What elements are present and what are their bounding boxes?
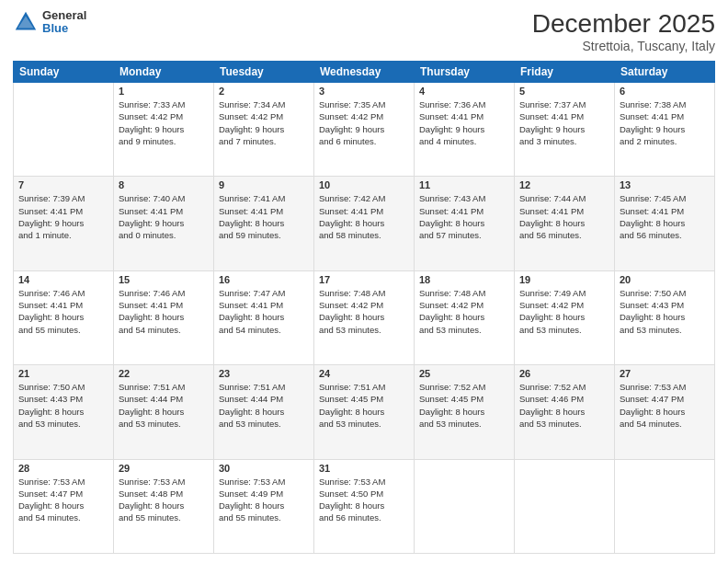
- daylight-hours: Daylight: 8 hours: [319, 500, 409, 511]
- daylight-minutes: and 53 minutes.: [319, 418, 409, 430]
- sunrise-text: Sunrise: 7:53 AM: [18, 476, 108, 488]
- daylight-hours: Daylight: 8 hours: [18, 406, 108, 418]
- daylight-hours: Daylight: 9 hours: [119, 217, 209, 229]
- daylight-hours: Daylight: 9 hours: [219, 123, 309, 135]
- sunset-text: Sunset: 4:41 PM: [219, 205, 309, 217]
- logo-blue: Blue: [42, 22, 86, 35]
- calendar-cell: 28Sunrise: 7:53 AMSunset: 4:47 PMDayligh…: [14, 459, 114, 553]
- sunrise-text: Sunrise: 7:50 AM: [620, 287, 710, 299]
- sunset-text: Sunset: 4:42 PM: [119, 110, 209, 122]
- sunset-text: Sunset: 4:46 PM: [519, 393, 609, 405]
- daylight-minutes: and 53 minutes.: [319, 324, 409, 336]
- daylight-minutes: and 53 minutes.: [519, 324, 609, 336]
- daylight-minutes: and 6 minutes.: [319, 135, 409, 147]
- sunset-text: Sunset: 4:42 PM: [519, 299, 609, 311]
- day-number: 25: [419, 368, 509, 379]
- sunrise-text: Sunrise: 7:52 AM: [519, 381, 609, 393]
- day-number: 11: [419, 179, 509, 190]
- daylight-minutes: and 58 minutes.: [319, 229, 409, 241]
- daylight-hours: Daylight: 8 hours: [18, 311, 108, 323]
- day-number: 13: [620, 179, 710, 190]
- calendar-cell: 16Sunrise: 7:47 AMSunset: 4:41 PMDayligh…: [214, 270, 314, 364]
- daylight-minutes: and 56 minutes.: [519, 229, 609, 241]
- calendar-cell: 12Sunrise: 7:44 AMSunset: 4:41 PMDayligh…: [515, 177, 615, 270]
- day-header-monday: Monday: [114, 62, 214, 83]
- sunrise-text: Sunrise: 7:53 AM: [620, 381, 710, 393]
- day-number: 5: [519, 86, 609, 97]
- sunset-text: Sunset: 4:42 PM: [319, 299, 409, 311]
- daylight-minutes: and 55 minutes.: [119, 511, 209, 523]
- calendar-cell: [14, 83, 114, 177]
- sunrise-text: Sunrise: 7:40 AM: [119, 192, 209, 204]
- sunset-text: Sunset: 4:50 PM: [319, 488, 409, 500]
- day-number: 1: [119, 86, 209, 97]
- sunrise-text: Sunrise: 7:38 AM: [620, 98, 710, 110]
- daylight-hours: Daylight: 8 hours: [620, 217, 710, 229]
- sunset-text: Sunset: 4:44 PM: [219, 393, 309, 405]
- calendar-cell: 27Sunrise: 7:53 AMSunset: 4:47 PMDayligh…: [615, 365, 715, 459]
- daylight-minutes: and 53 minutes.: [119, 418, 209, 430]
- sunset-text: Sunset: 4:45 PM: [419, 393, 509, 405]
- sunset-text: Sunset: 4:41 PM: [519, 205, 609, 217]
- sunset-text: Sunset: 4:48 PM: [119, 488, 209, 500]
- calendar-cell: [515, 459, 615, 553]
- calendar-cell: 22Sunrise: 7:51 AMSunset: 4:44 PMDayligh…: [114, 365, 214, 459]
- calendar-cell: 29Sunrise: 7:53 AMSunset: 4:48 PMDayligh…: [114, 459, 214, 553]
- daylight-hours: Daylight: 8 hours: [519, 217, 609, 229]
- sunset-text: Sunset: 4:41 PM: [119, 205, 209, 217]
- sunset-text: Sunset: 4:49 PM: [219, 488, 309, 500]
- daylight-minutes: and 57 minutes.: [419, 229, 509, 241]
- sunset-text: Sunset: 4:41 PM: [419, 110, 509, 122]
- sunrise-text: Sunrise: 7:53 AM: [219, 476, 309, 488]
- sunrise-text: Sunrise: 7:42 AM: [319, 192, 409, 204]
- daylight-hours: Daylight: 9 hours: [319, 123, 409, 135]
- sunrise-text: Sunrise: 7:41 AM: [219, 192, 309, 204]
- sunset-text: Sunset: 4:47 PM: [620, 393, 710, 405]
- daylight-minutes: and 53 minutes.: [519, 418, 609, 430]
- calendar-cell: 17Sunrise: 7:48 AMSunset: 4:42 PMDayligh…: [314, 270, 415, 364]
- day-number: 14: [18, 274, 108, 285]
- calendar-cell: 30Sunrise: 7:53 AMSunset: 4:49 PMDayligh…: [214, 459, 314, 553]
- day-number: 3: [319, 86, 409, 97]
- day-number: 23: [219, 368, 309, 379]
- calendar-cell: 23Sunrise: 7:51 AMSunset: 4:44 PMDayligh…: [214, 365, 314, 459]
- logo-text: General Blue: [42, 9, 86, 36]
- title-block: December 2025 Strettoia, Tuscany, Italy: [532, 9, 715, 53]
- day-number: 28: [18, 463, 108, 474]
- daylight-hours: Daylight: 9 hours: [419, 123, 509, 135]
- day-header-saturday: Saturday: [615, 62, 715, 83]
- daylight-hours: Daylight: 8 hours: [219, 217, 309, 229]
- daylight-minutes: and 55 minutes.: [219, 511, 309, 523]
- logo-icon: [13, 9, 39, 35]
- daylight-hours: Daylight: 9 hours: [620, 123, 710, 135]
- sunrise-text: Sunrise: 7:48 AM: [419, 287, 509, 299]
- sunset-text: Sunset: 4:42 PM: [319, 110, 409, 122]
- daylight-hours: Daylight: 9 hours: [519, 123, 609, 135]
- daylight-minutes: and 53 minutes.: [219, 418, 309, 430]
- day-number: 20: [620, 274, 710, 285]
- calendar-cell: 15Sunrise: 7:46 AMSunset: 4:41 PMDayligh…: [114, 270, 214, 364]
- month-title: December 2025: [532, 9, 715, 39]
- calendar-table: SundayMondayTuesdayWednesdayThursdayFrid…: [13, 61, 715, 554]
- daylight-minutes: and 54 minutes.: [219, 324, 309, 336]
- logo-general: General: [42, 9, 86, 22]
- daylight-minutes: and 56 minutes.: [620, 229, 710, 241]
- sunset-text: Sunset: 4:47 PM: [18, 488, 108, 500]
- day-number: 15: [119, 274, 209, 285]
- daylight-hours: Daylight: 8 hours: [319, 311, 409, 323]
- calendar-cell: 13Sunrise: 7:45 AMSunset: 4:41 PMDayligh…: [615, 177, 715, 270]
- calendar-cell: 5Sunrise: 7:37 AMSunset: 4:41 PMDaylight…: [515, 83, 615, 177]
- day-number: 10: [319, 179, 409, 190]
- day-number: 19: [519, 274, 609, 285]
- day-number: 7: [18, 179, 108, 190]
- daylight-hours: Daylight: 8 hours: [419, 311, 509, 323]
- daylight-hours: Daylight: 8 hours: [519, 311, 609, 323]
- sunrise-text: Sunrise: 7:44 AM: [519, 192, 609, 204]
- sunset-text: Sunset: 4:41 PM: [620, 110, 710, 122]
- calendar-cell: 20Sunrise: 7:50 AMSunset: 4:43 PMDayligh…: [615, 270, 715, 364]
- sunset-text: Sunset: 4:41 PM: [18, 205, 108, 217]
- day-number: 16: [219, 274, 309, 285]
- day-number: 30: [219, 463, 309, 474]
- day-number: 29: [119, 463, 209, 474]
- calendar-cell: 24Sunrise: 7:51 AMSunset: 4:45 PMDayligh…: [314, 365, 415, 459]
